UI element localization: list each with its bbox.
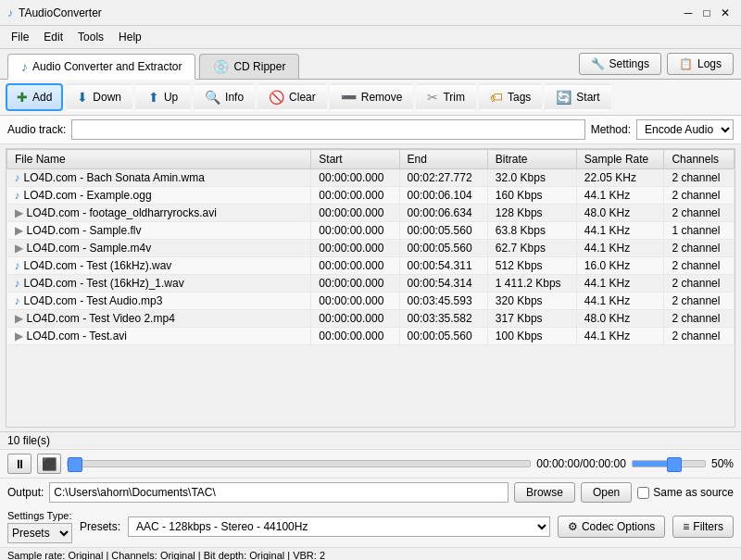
app-icon: ♪ — [7, 6, 13, 19]
pause-button[interactable]: ⏸ — [7, 454, 31, 474]
add-label: Add — [32, 91, 52, 104]
browse-button[interactable]: Browse — [514, 482, 575, 503]
same-as-source-row: Same as source — [637, 486, 734, 499]
col-channels: Channels — [664, 150, 735, 169]
minimize-button[interactable]: ─ — [680, 5, 697, 21]
logs-label: Logs — [697, 57, 722, 70]
same-as-source-checkbox[interactable] — [637, 487, 649, 499]
table-row[interactable]: ▶LO4D.com - footage_oldharryrocks.avi 00… — [7, 205, 735, 222]
cell-filename: ♪LO4D.com - Example.ogg — [7, 187, 311, 205]
up-icon: ⬆ — [148, 90, 159, 105]
open-button[interactable]: Open — [581, 482, 632, 503]
cell-samplerate: 16.0 KHz — [576, 257, 664, 275]
video-file-icon: ▶ — [15, 330, 23, 342]
cell-end: 00:00:06.104 — [399, 187, 487, 205]
add-button[interactable]: ✚ Add — [6, 83, 63, 111]
method-label: Method: — [591, 123, 631, 136]
codec-options-button[interactable]: ⚙ Codec Options — [558, 516, 665, 538]
video-file-icon: ▶ — [15, 312, 23, 325]
cell-end: 00:00:54.311 — [399, 257, 487, 275]
tags-button[interactable]: 🏷 Tags — [479, 83, 542, 111]
table-row[interactable]: ♪LO4D.com - Bach Sonata Amin.wma 00:00:0… — [7, 169, 735, 187]
logs-icon: 📋 — [679, 57, 693, 70]
same-as-source-label: Same as source — [653, 486, 734, 499]
menu-tools[interactable]: Tools — [70, 28, 111, 46]
menu-edit[interactable]: Edit — [36, 28, 70, 46]
app-title: TAudioConverter — [19, 6, 102, 19]
table-row[interactable]: ♪LO4D.com - Example.ogg 00:00:00.000 00:… — [7, 187, 735, 205]
method-select[interactable]: Encode Audio — [636, 119, 734, 140]
tags-icon: 🏷 — [490, 90, 503, 105]
down-button[interactable]: ⬇ Down — [66, 83, 132, 111]
filters-icon: ≡ — [683, 520, 689, 533]
clear-button[interactable]: 🚫 Clear — [257, 83, 327, 111]
volume-track[interactable] — [632, 460, 706, 467]
main-content: ♪ Audio Converter and Extractor 💿 CD Rip… — [0, 49, 741, 560]
table-row[interactable]: ♪LO4D.com - Test (16kHz).wav 00:00:00.00… — [7, 257, 735, 275]
table-row[interactable]: ▶LO4D.com - Sample.flv 00:00:00.000 00:0… — [7, 222, 735, 240]
settings-button[interactable]: 🔧 Settings — [579, 53, 661, 75]
video-file-icon: ▶ — [15, 224, 23, 237]
progress-track[interactable] — [67, 460, 531, 467]
cell-bitrate: 320 Kbps — [487, 292, 576, 310]
up-button[interactable]: ⬆ Up — [135, 83, 191, 111]
cell-start: 00:00:00.000 — [311, 328, 399, 345]
trim-label: Trim — [443, 91, 465, 104]
settings-type-label: Settings Type: — [7, 510, 72, 521]
audio-track-row: Audio track: Method: Encode Audio — [0, 116, 741, 144]
filters-button[interactable]: ≡ Filters — [672, 516, 734, 538]
settings-type-select[interactable]: Presets — [7, 523, 72, 543]
trim-button[interactable]: ✂ Trim — [416, 83, 476, 111]
maximize-button[interactable]: □ — [698, 5, 715, 21]
cell-samplerate: 48.0 KHz — [576, 310, 664, 328]
remove-button[interactable]: ➖ Remove — [330, 83, 414, 111]
audio-file-icon: ♪ — [15, 189, 20, 202]
file-table-container[interactable]: File Name Start End Bitrate Sample Rate … — [6, 148, 735, 428]
table-row[interactable]: ▶LO4D.com - Sample.m4v 00:00:00.000 00:0… — [7, 240, 735, 257]
menu-help[interactable]: Help — [111, 28, 149, 46]
cell-channels: 2 channel — [664, 310, 735, 328]
volume-thumb[interactable] — [667, 457, 682, 472]
tab-cd-ripper[interactable]: 💿 CD Ripper — [199, 54, 299, 79]
table-row[interactable]: ▶LO4D.com - Test.avi 00:00:00.000 00:00:… — [7, 328, 735, 345]
cell-filename: ♪LO4D.com - Bach Sonata Amin.wma — [7, 169, 311, 187]
video-file-icon: ▶ — [15, 206, 23, 219]
presets-select[interactable]: AAC - 128kbps - Stereo - 44100Hz — [128, 516, 550, 537]
output-row: Output: Browse Open Same as source — [0, 479, 741, 506]
table-row[interactable]: ♪LO4D.com - Test (16kHz)_1.wav 00:00:00.… — [7, 275, 735, 292]
audio-file-icon: ♪ — [15, 259, 20, 272]
cell-bitrate: 32.0 Kbps — [487, 169, 576, 187]
cell-bitrate: 160 Kbps — [487, 187, 576, 205]
output-path-input[interactable] — [49, 482, 509, 503]
table-row[interactable]: ▶LO4D.com - Test Video 2.mp4 00:00:00.00… — [7, 310, 735, 328]
audio-track-label: Audio track: — [7, 123, 66, 136]
cell-filename: ♪LO4D.com - Test (16kHz).wav — [7, 257, 311, 275]
cell-start: 00:00:00.000 — [311, 169, 399, 187]
cell-channels: 2 channel — [664, 328, 735, 345]
cell-channels: 2 channel — [664, 205, 735, 222]
table-row[interactable]: ♪LO4D.com - Test Audio.mp3 00:00:00.000 … — [7, 292, 735, 310]
cell-end: 00:00:05.560 — [399, 222, 487, 240]
tab-audio-converter[interactable]: ♪ Audio Converter and Extractor — [7, 54, 195, 80]
audio-track-input[interactable] — [71, 119, 584, 140]
stop-button[interactable]: ⬛ — [37, 454, 61, 474]
audio-file-icon: ♪ — [15, 294, 20, 307]
info-icon: 🔍 — [205, 90, 220, 105]
progress-thumb[interactable] — [68, 457, 82, 472]
audio-converter-tab-icon: ♪ — [21, 59, 28, 74]
menu-file[interactable]: File — [4, 28, 36, 46]
cell-filename: ▶LO4D.com - Sample.flv — [7, 222, 311, 240]
audio-file-icon: ♪ — [15, 171, 20, 184]
cell-end: 00:02:27.772 — [399, 169, 487, 187]
cell-bitrate: 100 Kbps — [487, 328, 576, 345]
col-start: Start — [311, 150, 399, 169]
logs-button[interactable]: 📋 Logs — [667, 53, 734, 75]
settings-type-group: Settings Type: Presets — [7, 510, 72, 543]
info-button[interactable]: 🔍 Info — [194, 83, 255, 111]
time-display: 00:00:00/00:00:00 — [536, 457, 626, 470]
settings-label: Settings — [609, 57, 649, 70]
cell-channels: 2 channel — [664, 257, 735, 275]
menu-bar: File Edit Tools Help — [0, 26, 741, 49]
start-button[interactable]: 🔄 Start — [545, 83, 610, 111]
close-button[interactable]: ✕ — [717, 5, 734, 21]
